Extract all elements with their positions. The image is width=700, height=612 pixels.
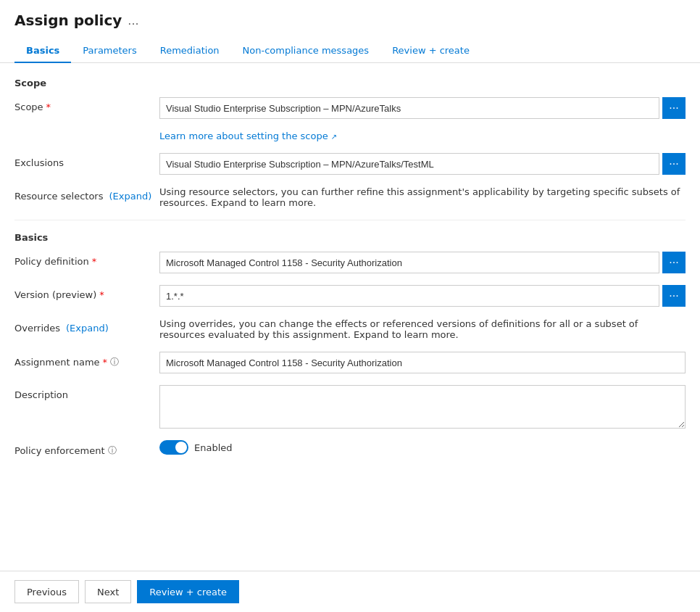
policy-enforcement-info-icon: ⓘ <box>108 444 117 457</box>
scope-row: Scope * ··· <box>14 97 686 119</box>
exclusions-label: Exclusions <box>14 153 159 168</box>
section-divider-1 <box>14 220 686 220</box>
overrides-row: Overrides (Expand) Using overrides, you … <box>14 318 686 340</box>
resource-selectors-control: Using resource selectors, you can furthe… <box>159 186 686 208</box>
scope-required: * <box>46 102 51 112</box>
resource-selectors-row: Resource selectors (Expand) Using resour… <box>14 186 686 208</box>
assignment-name-input[interactable] <box>159 352 686 373</box>
content-area: Scope Scope * ··· Learn more about setti… <box>0 63 700 571</box>
policy-enforcement-row: Policy enforcement ⓘ Enabled <box>14 440 686 457</box>
exclusions-input[interactable] <box>159 153 659 175</box>
scope-learn-more-link[interactable]: Learn more about setting the scope ↗ <box>159 131 337 141</box>
version-row: Version (preview) * ··· <box>14 285 686 307</box>
external-link-icon: ↗ <box>331 133 337 141</box>
scope-link-row: Learn more about setting the scope ↗ <box>159 131 686 141</box>
review-create-button[interactable]: Review + create <box>137 580 239 603</box>
assignment-name-required: * <box>103 357 108 368</box>
tab-review-create[interactable]: Review + create <box>380 39 481 63</box>
assignment-name-info-icon: ⓘ <box>110 356 119 368</box>
assignment-name-control <box>159 352 686 373</box>
description-row: Description <box>14 385 686 429</box>
policy-enforcement-toggle-container: Enabled <box>159 440 233 455</box>
exclusions-row: Exclusions ··· <box>14 153 686 175</box>
policy-definition-control: ··· <box>159 252 686 273</box>
previous-button[interactable]: Previous <box>14 580 79 603</box>
exclusions-control: ··· <box>159 153 686 175</box>
description-control <box>159 385 686 429</box>
exclusions-browse-button[interactable]: ··· <box>662 153 686 175</box>
tab-parameters[interactable]: Parameters <box>71 39 148 63</box>
tabs-bar: Basics Parameters Remediation Non-compli… <box>0 32 700 63</box>
policy-enforcement-value: Enabled <box>194 442 233 453</box>
policy-enforcement-control: Enabled <box>159 440 686 455</box>
version-required: * <box>99 289 104 300</box>
description-textarea[interactable] <box>159 385 686 429</box>
overrides-control: Using overrides, you can change the effe… <box>159 318 686 340</box>
version-label: Version (preview) * <box>14 285 159 300</box>
version-input[interactable] <box>159 285 659 307</box>
assignment-name-label: Assignment name * ⓘ <box>14 352 159 368</box>
basics-section-title: Basics <box>14 232 686 243</box>
scope-input[interactable] <box>159 97 659 119</box>
resource-selectors-expand[interactable]: (Expand) <box>109 191 151 202</box>
scope-section-title: Scope <box>14 78 686 88</box>
description-label: Description <box>14 385 159 400</box>
assignment-name-row: Assignment name * ⓘ <box>14 352 686 373</box>
scope-browse-button[interactable]: ··· <box>662 97 686 119</box>
tab-non-compliance[interactable]: Non-compliance messages <box>231 39 381 63</box>
scope-control: ··· <box>159 97 686 119</box>
overrides-label: Overrides (Expand) <box>14 318 159 334</box>
version-browse-button[interactable]: ··· <box>662 285 686 307</box>
more-options-icon[interactable]: ... <box>128 14 138 28</box>
exclusions-browse-icon: ··· <box>669 157 678 170</box>
version-browse-icon: ··· <box>669 289 678 302</box>
policy-enforcement-toggle[interactable] <box>159 440 188 455</box>
tab-basics[interactable]: Basics <box>14 39 71 63</box>
policy-definition-row: Policy definition * ··· <box>14 252 686 273</box>
page-title: Assign policy <box>14 12 122 29</box>
policy-definition-label: Policy definition * <box>14 252 159 267</box>
resource-selectors-info: Using resource selectors, you can furthe… <box>159 186 686 208</box>
overrides-expand[interactable]: (Expand) <box>66 323 109 334</box>
footer: Previous Next Review + create <box>0 571 700 612</box>
version-control: ··· <box>159 285 686 307</box>
resource-selectors-label: Resource selectors (Expand) <box>14 186 159 202</box>
policy-definition-browse-icon: ··· <box>669 256 678 269</box>
policy-definition-required: * <box>92 256 97 267</box>
scope-browse-icon: ··· <box>669 102 678 115</box>
scope-label: Scope * <box>14 97 159 112</box>
policy-enforcement-label: Policy enforcement ⓘ <box>14 440 159 457</box>
policy-definition-browse-button[interactable]: ··· <box>662 252 686 273</box>
next-button[interactable]: Next <box>85 580 131 603</box>
policy-definition-input[interactable] <box>159 252 659 273</box>
overrides-info: Using overrides, you can change the effe… <box>159 318 686 340</box>
tab-remediation[interactable]: Remediation <box>149 39 231 63</box>
